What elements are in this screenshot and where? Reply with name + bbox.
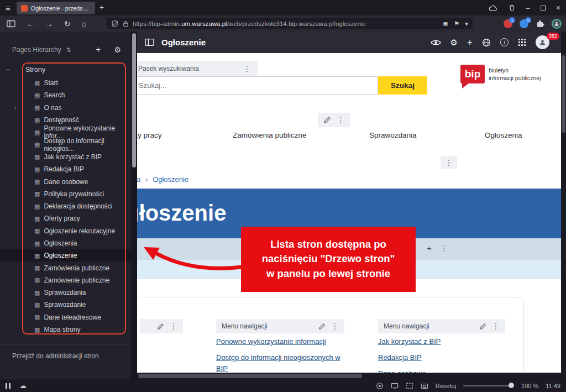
region-select-icon[interactable]: [406, 382, 413, 390]
sidebar-item-zamowienia-publiczne[interactable]: ▦Zamówienia publiczne: [0, 262, 131, 274]
record-icon[interactable]: [376, 382, 384, 390]
sidebar-item-oferty-pracy[interactable]: ▦Oferty pracy: [0, 212, 131, 224]
menu-portlet-label: Menu nawigacji: [222, 322, 268, 330]
sidebar-item-jak-korzystac[interactable]: ▦Jak korzystać z BIP: [0, 151, 131, 163]
sidebar-item-dane-osobowe[interactable]: ▦Dane osobowe: [0, 175, 131, 187]
sidebar-item-mapa-strony[interactable]: ▦Mapa strony: [0, 323, 131, 336]
back-button[interactable]: ←: [27, 19, 34, 28]
page-icon: ▦: [34, 215, 40, 222]
refresh-button[interactable]: ↻: [64, 19, 71, 28]
extension-1-icon[interactable]: 1: [504, 19, 512, 28]
sidebar-scrollbar[interactable]: [131, 32, 137, 379]
portlet-kebab-icon[interactable]: ⋮: [441, 244, 448, 253]
menu-link[interactable]: Dane osobowe: [378, 368, 505, 373]
horizontal-scrollbar[interactable]: [137, 373, 561, 379]
close-button[interactable]: ×: [556, 3, 560, 12]
app-grid-icon[interactable]: [518, 38, 526, 46]
home-button[interactable]: ⌂: [82, 19, 86, 28]
add-page-button[interactable]: +: [96, 45, 101, 55]
menu-link[interactable]: Jak korzystać z BIP: [378, 336, 505, 347]
sidebar-item-sprawozdanie[interactable]: ▦Sprawozdanie: [0, 299, 131, 311]
language-globe-icon[interactable]: [482, 38, 491, 47]
chevron-right-icon[interactable]: ›: [14, 104, 17, 111]
page-icon: ▦: [34, 104, 40, 111]
reader-mode-icon[interactable]: ≣: [443, 20, 448, 28]
search-button[interactable]: Szukaj: [378, 76, 427, 95]
clock: 11:49: [546, 383, 560, 389]
nav-item-sprawozdania[interactable]: Sprawozdania: [369, 131, 417, 139]
portlet-kebab-icon[interactable]: ⋮: [331, 322, 339, 331]
sidebar-item-deklaracja[interactable]: ▦Deklaracja dostępności: [0, 200, 131, 212]
info-icon[interactable]: i: [500, 38, 509, 46]
nav-item-ogloszenia[interactable]: Ogłoszenia: [485, 131, 522, 139]
settings-gear-icon[interactable]: ⚙: [450, 38, 458, 48]
camera-icon[interactable]: [421, 382, 428, 390]
nav-item-zamowienia[interactable]: Zamówienia publiczne: [233, 131, 307, 139]
chevron-down-icon[interactable]: ›: [4, 69, 12, 71]
edit-pencil-icon[interactable]: [318, 323, 326, 330]
section-portlet-controls: ⋮: [441, 156, 457, 169]
add-plus-icon[interactable]: +: [467, 37, 473, 48]
extensions-puzzle-icon[interactable]: [536, 19, 544, 28]
sidebar-item-polityka[interactable]: ▦Polityka prywatności: [0, 188, 131, 200]
portlet-kebab-icon[interactable]: ⋮: [170, 322, 177, 331]
browser-tab[interactable]: Ogłoszenie - przedszkole31...: [17, 2, 95, 14]
vertical-scrollbar-thumb[interactable]: [562, 55, 565, 133]
sidebar-toggle-icon[interactable]: [7, 19, 15, 28]
sidebar-item-start[interactable]: ▦Start: [0, 77, 131, 89]
add-plus-icon[interactable]: +: [427, 243, 432, 253]
edit-pencil-icon[interactable]: [479, 323, 486, 330]
product-menu-toggle-icon[interactable]: [145, 38, 154, 47]
account-avatar-icon[interactable]: [552, 19, 562, 29]
sidebar-item-zamowienie-publiczne[interactable]: ▦Zamówienie publiczne: [0, 274, 131, 286]
sidebar-item-redakcja[interactable]: ▦Redakcja BIP: [0, 163, 131, 175]
tracking-shield-icon[interactable]: [111, 20, 119, 28]
sort-icon[interactable]: ⇅: [66, 46, 71, 54]
new-tab-button[interactable]: +: [99, 3, 104, 12]
bookmark-flag-icon[interactable]: ⚑: [454, 20, 459, 28]
sidebar-item-sprawozdania[interactable]: ▦Sprawozdania: [0, 286, 131, 299]
maximize-button[interactable]: [541, 6, 546, 11]
bip-logo: bip: [460, 65, 485, 83]
menu-hamburger-icon[interactable]: ≡: [6, 3, 11, 13]
edit-pencil-icon[interactable]: [323, 116, 331, 124]
portlet-kebab-icon[interactable]: ⋮: [492, 322, 500, 331]
sidebar-scrollbar-thumb[interactable]: [132, 33, 136, 168]
portlet-kebab-icon[interactable]: ⋮: [243, 64, 251, 73]
sidebar-item-dane-teleadresowe[interactable]: ▦Dane teleadresowe: [0, 311, 131, 323]
zoom-slider-thumb[interactable]: [509, 383, 514, 388]
extension-2-icon[interactable]: 9: [520, 19, 528, 28]
sidebar-item-ogloszenie-rekrutacyjne[interactable]: ▦Ogłoszenie rekrutacyjne: [0, 225, 131, 237]
minimize-button[interactable]: –: [526, 4, 530, 12]
pause-icon[interactable]: [6, 383, 11, 389]
forward-button[interactable]: →: [45, 19, 53, 28]
sidebar-item-dostep[interactable]: ▦Dostęp do informacji nieogłos...: [0, 138, 131, 150]
menu-link[interactable]: Redakcja BIP: [378, 352, 505, 363]
zoom-slider[interactable]: [463, 385, 514, 386]
menu-link[interactable]: Dostęp do informacji nieogłoszonych w BI…: [216, 352, 348, 373]
tree-root-strony[interactable]: › Strony: [0, 64, 131, 76]
cloud-sync-icon[interactable]: [489, 4, 497, 12]
vertical-scrollbar[interactable]: [561, 32, 566, 373]
screen-icon[interactable]: [391, 382, 399, 390]
sidebar-item-ogloszenia[interactable]: ▦Ogłoszenia: [0, 237, 131, 249]
menu-link[interactable]: Ponowne wykorzystanie informacji: [216, 336, 348, 347]
sidebar-item-ogloszenie-selected[interactable]: ▦Ogłoszenie: [0, 249, 131, 262]
portlet-kebab-icon[interactable]: ⋮: [445, 158, 453, 167]
search-input[interactable]: [132, 76, 378, 95]
reset-zoom-button[interactable]: Resetuj: [436, 383, 456, 389]
go-to-pages-admin-link[interactable]: Przejdź do administracji stron: [12, 352, 99, 360]
urlbar-caret-icon[interactable]: ▾: [465, 20, 468, 28]
trash-icon[interactable]: [508, 4, 516, 12]
status-bar: ☁ Resetuj 100 % 11:49: [0, 379, 566, 392]
horizontal-scrollbar-thumb[interactable]: [138, 374, 362, 378]
edit-pencil-icon[interactable]: [157, 323, 164, 330]
pages-settings-gear-icon[interactable]: ⚙: [114, 45, 121, 54]
preview-eye-icon[interactable]: [431, 39, 441, 46]
search-portlet-header: Pasek wyszukiwania ⋮: [132, 61, 258, 76]
sidebar-item-o-nas[interactable]: ›▦O nas: [0, 102, 131, 114]
extension-2-badge: 9: [525, 17, 531, 23]
url-bar[interactable]: https://bip-admin.um.warszawa.pl/web/prz…: [107, 18, 473, 29]
portlet-kebab-icon[interactable]: ⋮: [337, 116, 345, 124]
sidebar-item-search[interactable]: ▦Search: [0, 89, 131, 101]
